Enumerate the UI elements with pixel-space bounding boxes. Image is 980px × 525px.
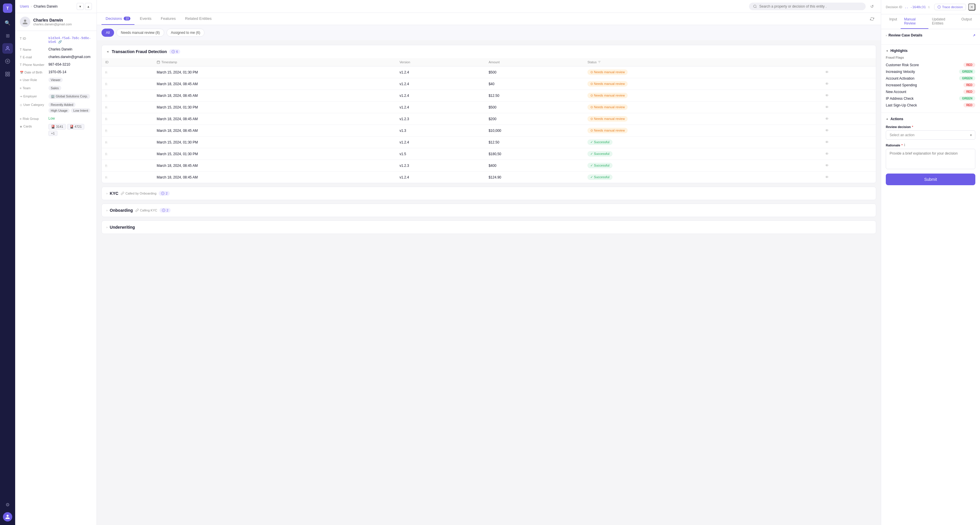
copy-icon[interactable]: ⎘ <box>105 117 107 121</box>
cell-timestamp: March 18, 2024, 08:45 AM <box>153 113 396 125</box>
user-avatar[interactable] <box>3 512 12 522</box>
panel-tab-output[interactable]: Output <box>958 14 975 29</box>
filter-all[interactable]: All <box>102 29 114 37</box>
required-star-rationale: * <box>902 143 903 147</box>
tab-related-entities[interactable]: Related Entities <box>181 13 216 25</box>
nav-users-icon[interactable] <box>2 43 13 54</box>
highlights-header[interactable]: ▼ Highlights <box>886 49 975 53</box>
prop-role: ≡ User Role Viewer <box>15 76 97 84</box>
prop-dob-label: 📅 Date of Birth <box>20 70 46 74</box>
review-decision-select[interactable]: Select an action Approve Reject Escalate <box>886 130 975 140</box>
col-status: Status <box>584 58 821 67</box>
chevron-icon: ▼ <box>886 49 889 52</box>
cell-status: ⊙ Needs manual review <box>584 90 821 102</box>
copy-icon[interactable]: ⎘ <box>105 82 107 86</box>
trace-decision-button[interactable]: Trace decision <box>934 4 966 10</box>
view-icon[interactable]: 👁 <box>825 175 829 180</box>
cell-amount: $180,50 <box>485 148 584 160</box>
breadcrumb-current: Charles Darwin <box>33 5 57 8</box>
nav-settings-icon[interactable]: ⚙ <box>2 500 13 510</box>
prop-name: T Name Charles Darwin <box>15 46 97 53</box>
tab-decisions[interactable]: Decisions 10 <box>102 13 134 25</box>
view-icon[interactable]: 👁 <box>825 105 829 110</box>
sidebar-properties: T ID b1d3e4-f5a6-7b8c-9d0e-b5e6 🔗 T Name… <box>15 31 97 525</box>
table-row: ⎘ March 18, 2024, 08:45 AM v1.2.3 $200 ⊙… <box>102 113 876 125</box>
prop-team-value: Sales <box>48 86 92 91</box>
view-icon[interactable]: 👁 <box>825 93 829 98</box>
group-header-underwriting[interactable]: › Underwriting <box>102 221 876 234</box>
rationale-textarea[interactable] <box>886 149 975 169</box>
view-icon[interactable]: 👁 <box>825 82 829 86</box>
breadcrumb-prev-button[interactable]: ▼ <box>77 3 84 10</box>
view-icon[interactable]: 👁 <box>825 163 829 168</box>
copy-icon[interactable]: ⎘ <box>105 94 107 97</box>
copy-icon[interactable]: ⎘ <box>105 164 107 167</box>
prop-id-value[interactable]: b1d3e4-f5a6-7b8c-9d0e-b5e6 🔗 <box>48 36 92 44</box>
copy-icon[interactable]: ⎘ <box>105 152 107 156</box>
fraud-flag-row: Account Activation GREEN <box>886 75 975 82</box>
info-icon[interactable]: ℹ <box>904 143 905 147</box>
cell-status: ✓ Successful <box>584 148 821 160</box>
status-badge: ⊙ Needs manual review <box>587 93 628 98</box>
cell-version: v1.2.3 <box>396 113 485 125</box>
copy-icon[interactable]: ⎘ <box>105 141 107 144</box>
view-icon[interactable]: 👁 <box>825 140 829 145</box>
filter-manual-review[interactable]: Needs manual review (8) <box>116 29 164 37</box>
filter-assigned[interactable]: Assigned to me (6) <box>167 29 205 37</box>
prop-phone-value: 987-654-3210 <box>48 62 92 67</box>
col-version: Version <box>396 58 485 67</box>
status-badge: ⊙ Needs manual review <box>587 69 628 75</box>
cell-status: ✓ Successful <box>584 160 821 172</box>
refresh-button[interactable] <box>868 15 876 23</box>
group-header-kyc[interactable]: › KYC Called by Onboarding 2 <box>102 187 876 200</box>
group-header-onboarding[interactable]: › Onboarding Calling KYC 2 <box>102 204 876 217</box>
prop-phone: T Phone Number 987-654-3210 <box>15 60 97 68</box>
nav-home-icon[interactable]: ⊞ <box>2 30 13 41</box>
cell-id: ⎘ <box>102 137 153 148</box>
breadcrumb-next-button[interactable]: ▲ <box>85 3 92 10</box>
view-icon[interactable]: 👁 <box>825 128 829 133</box>
copy-icon[interactable]: ⎘ <box>105 129 107 132</box>
tab-events[interactable]: Events <box>135 13 156 25</box>
panel-tab-input[interactable]: Input <box>886 14 900 29</box>
review-case-header[interactable]: › Review Case Details ↗ <box>886 33 975 37</box>
cell-amount: $500 <box>485 67 584 78</box>
filter-bar: All Needs manual review (8) Assigned to … <box>97 25 881 40</box>
copy-icon[interactable]: ⎘ <box>105 106 107 109</box>
submit-button[interactable]: Submit <box>886 173 975 185</box>
review-case-external-link[interactable]: ↗ <box>973 33 975 37</box>
breadcrumb-parent[interactable]: Users <box>20 5 29 8</box>
svg-rect-4 <box>8 72 10 73</box>
prop-name-label: T Name <box>20 47 46 51</box>
fraud-flag-name: IP Address Check <box>886 97 913 100</box>
svg-rect-6 <box>8 75 10 76</box>
svg-rect-3 <box>6 72 7 73</box>
close-panel-button[interactable]: ✕ <box>968 3 975 11</box>
group-header-transaction-fraud[interactable]: ▼ Transaction Fraud Detection 6 <box>102 45 876 58</box>
copy-icon[interactable]: ⎘ <box>105 176 107 179</box>
copy-icon[interactable]: ⎘ <box>105 71 107 74</box>
nav-activity-icon[interactable] <box>2 56 13 67</box>
view-icon[interactable]: 👁 <box>825 152 829 156</box>
group-onboarding-count: 2 <box>159 208 171 213</box>
cell-amount: $12.50 <box>485 137 584 148</box>
view-icon[interactable]: 👁 <box>825 117 829 121</box>
tab-features[interactable]: Features <box>157 13 180 25</box>
search-input[interactable] <box>759 5 862 8</box>
nav-grid-icon[interactable] <box>2 69 13 80</box>
prop-cards-value: 🎴 3141 🎴 4721 +1 <box>48 124 92 136</box>
copy-icon[interactable]: ⎘ <box>928 6 930 9</box>
prop-cards: ◈ Cards 🎴 3141 🎴 4721 +1 <box>15 122 97 138</box>
required-star: * <box>912 125 913 129</box>
search-icon <box>753 5 757 8</box>
prop-email-value: charles.darwin@gmail.com <box>48 55 92 59</box>
panel-tab-manual-review[interactable]: Manual Review <box>900 14 929 29</box>
view-icon[interactable]: 👁 <box>825 70 829 75</box>
panel-tab-updated-entities[interactable]: Updated Entities <box>928 14 958 29</box>
history-button[interactable]: ↺ <box>868 2 876 11</box>
nav-search-icon[interactable]: 🔍 <box>2 18 13 28</box>
right-panel: Decision ID .. -1640c31 ⎘ Trace decision… <box>881 0 980 525</box>
fraud-flag-row: Last Sign-Up Check RED <box>886 102 975 108</box>
cell-id: ⎘ <box>102 172 153 183</box>
cell-id: ⎘ <box>102 160 153 172</box>
